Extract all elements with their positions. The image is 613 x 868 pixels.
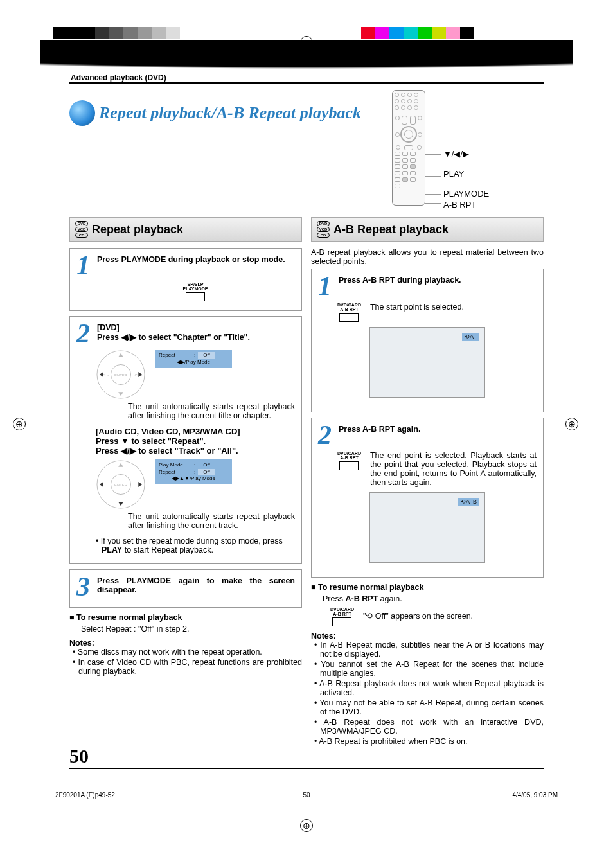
svg-text:ENTER: ENTER: [114, 373, 127, 377]
ab-step1-text: Press A-B RPT during playback.: [339, 276, 537, 285]
crop-mark-br: [568, 823, 587, 842]
step2-line1: Press ◀/▶ to select "Chapter" or "Title"…: [97, 332, 295, 342]
registration-mark-right: ⊕: [565, 418, 578, 430]
callout-line: [425, 194, 441, 195]
step-1-box: 1 Press PLAYMODE during playback or stop…: [69, 248, 302, 311]
abrpt-button-icon: DVD/CARD A-B RPT: [337, 451, 361, 470]
step2-para2: The unit automatically starts repeat pla…: [128, 512, 295, 530]
step2-line2: Press ▼ to select "Repeat".: [96, 436, 295, 446]
osd-playmode-repeat: Play Mode:Off Repeat:Off ◀▶▲▼/Play Mode: [155, 459, 232, 484]
step-number-2: 2: [76, 323, 93, 345]
remote-label-nav: ▼/◀/▶: [443, 149, 489, 159]
resume-heading-right: To resume normal playback: [311, 583, 544, 592]
svg-marker-14: [100, 482, 103, 487]
step-number-3: 3: [76, 576, 93, 598]
heading-ab-repeat: DVD VCD CD A-B Repeat playback: [311, 217, 544, 242]
screen-preview-a: ⟲A–: [369, 327, 485, 398]
resume-text-left: Select Repeat : "Off" in step 2.: [81, 624, 302, 633]
step-2-box: 2 [DVD] Press ◀/▶ to select "Chapter" or…: [69, 316, 302, 565]
footer-right: 4/4/05, 9:03 PM: [512, 792, 558, 799]
page-number: 50: [69, 745, 89, 767]
step-3-box: 3 Press PLAYMODE again to make the scree…: [69, 569, 302, 608]
ab-step2-para: The end point is selected. Playback star…: [370, 451, 537, 487]
ab-step-2-box: 2 Press A-B RPT again. DVD/CARD A-B RPT …: [311, 418, 544, 578]
dpad-icon: ENTER: [96, 459, 146, 509]
dvd-label: [DVD]: [97, 323, 295, 332]
step2-line3: Press ◀/▶ to select "Track" or "All".: [96, 446, 295, 456]
ab-step-1-box: 1 Press A-B RPT during playback. DVD/CAR…: [311, 269, 544, 412]
ab-step1-sub: The start point is selected.: [370, 303, 464, 312]
audio-cd-label: [Audio CD, Video CD, MP3/WMA CD]: [96, 427, 295, 436]
callout-line: [425, 176, 441, 177]
left-column: DVD VCD CD Repeat playback 1 Press PLAYM…: [69, 217, 302, 747]
footer-center: 50: [303, 792, 310, 799]
abrpt-button-icon: DVD/CARD A-B RPT: [330, 607, 354, 626]
svg-marker-5: [118, 353, 123, 357]
right-column: DVD VCD CD A-B Repeat playback A-B repea…: [311, 217, 544, 747]
step-number-1: 1: [318, 276, 335, 297]
remote-callout-labels: ▼/◀/▶ PLAY PLAYMODE A-B RPT: [443, 149, 489, 220]
print-registration-blocks-left: [53, 27, 180, 39]
abrpt-button-icon: DVD/CARD A-B RPT: [337, 303, 361, 322]
svg-marker-7: [100, 372, 103, 377]
svg-marker-12: [118, 463, 123, 467]
osd-repeat-off: Repeat:Off ◀▶/Play Mode: [155, 350, 232, 368]
section-rule: [69, 82, 544, 84]
svg-marker-15: [138, 482, 142, 487]
step-1-text: Press PLAYMODE during playback or stop m…: [97, 255, 295, 264]
screen-preview-ab: ⟲A–B: [369, 492, 485, 563]
step-number-2: 2: [318, 425, 335, 447]
header-band: [40, 40, 573, 55]
registration-mark-left: ⊕: [13, 418, 26, 430]
step-number-1: 1: [76, 255, 93, 277]
resume-text-right: Press A-B RPT again.: [323, 594, 544, 603]
ab-intro: A-B repeat playback allows you to repeat…: [311, 248, 544, 266]
registration-mark-bottom: ⊕: [300, 819, 313, 832]
notes-heading-right: Notes:: [311, 632, 544, 641]
step-3-text: Press PLAYMODE again to make the screen …: [97, 576, 295, 594]
disc-type-icons: DVD VCD CD: [317, 221, 330, 238]
dpad-icon: ENTERCH-CH+: [96, 350, 146, 400]
resume-heading-left: To resume normal playback: [69, 613, 302, 622]
svg-marker-6: [118, 392, 123, 396]
page-number-rule: [69, 768, 544, 769]
page-title: Repeat playback/A-B Repeat playback: [99, 103, 361, 123]
title-bullet-icon: [69, 100, 95, 126]
callout-line: [425, 154, 441, 155]
svg-marker-13: [118, 502, 123, 506]
notes-heading-left: Notes:: [69, 639, 302, 648]
remote-label-play: PLAY: [443, 169, 489, 179]
notes-list-left: Some discs may not work with the repeat …: [69, 648, 302, 676]
remote-label-abrpt: A-B RPT: [443, 200, 489, 209]
screen-badge-ab: ⟲A–B: [458, 498, 479, 506]
remote-label-playmode: PLAYMODE: [443, 189, 489, 199]
header-curve: [40, 55, 573, 75]
screen-badge-a: ⟲A–: [462, 333, 479, 341]
notes-list-right: In A-B Repeat mode, subtitles near the A…: [311, 641, 544, 746]
remote-illustration: [392, 90, 425, 206]
ab-step2-text: Press A-B RPT again.: [339, 425, 537, 434]
off-message: "⟲ Off" appears on the screen.: [363, 611, 473, 621]
footer: 2F90201A (E)p49-52 50 4/4/05, 9:03 PM: [55, 792, 558, 799]
print-registration-blocks-right: [361, 27, 474, 39]
step2-para1: The unit automatically starts repeat pla…: [128, 402, 295, 420]
heading-text: Repeat playback: [92, 223, 183, 236]
playmode-button-icon: SP/SLP PLAYMODE: [96, 282, 295, 301]
svg-text:ENTER: ENTER: [114, 483, 127, 487]
footer-left: 2F90201A (E)p49-52: [55, 792, 115, 799]
section-label: Advanced playback (DVD): [71, 73, 166, 82]
disc-type-icons: DVD VCD CD: [75, 221, 88, 238]
crop-mark-bl: [26, 823, 45, 842]
step2-bullet: • If you set the repeat mode during stop…: [96, 536, 295, 554]
heading-repeat-playback: DVD VCD CD Repeat playback: [69, 217, 302, 242]
callout-line: [425, 203, 441, 204]
heading-text: A-B Repeat playback: [333, 223, 449, 236]
